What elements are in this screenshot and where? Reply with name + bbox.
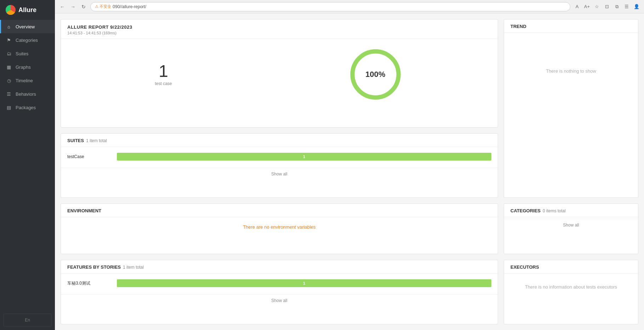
categories-title: CATEGORIES: [510, 208, 541, 213]
trend-empty: There is nothing to show: [504, 61, 638, 81]
feature-bar-track: 1: [117, 279, 491, 287]
extensions-button[interactable]: ⧉: [613, 3, 621, 11]
collections-button[interactable]: ☰: [623, 3, 631, 11]
bookmark-button[interactable]: ☆: [593, 3, 601, 11]
back-button[interactable]: ←: [58, 3, 66, 11]
executors-card: EXECUTORS There is no information about …: [504, 260, 638, 324]
suite-bar-fill: 1: [117, 153, 491, 161]
features-count: 1 item total: [123, 265, 144, 270]
donut-label: 100%: [366, 70, 385, 79]
clock-icon: ◷: [6, 77, 12, 84]
sidebar-item-label: Graphs: [16, 65, 31, 70]
suites-title: SUITES: [67, 138, 84, 143]
sidebar: Allure ⌂ Overview ⚑ Categories 🗂 Suites …: [0, 0, 55, 330]
environment-header: ENVIRONMENT: [61, 204, 498, 217]
feature-bar-fill: 1: [117, 279, 491, 287]
environment-empty: There are no environment variables: [61, 217, 498, 237]
bar-chart-icon: ▦: [6, 64, 12, 70]
test-count-block: 1 test case: [155, 63, 172, 86]
overview-stats: 1 test case 100%: [61, 39, 498, 110]
overview-card-header: ALLURE REPORT 9/22/2023 14:41:53 - 14:41…: [61, 19, 498, 39]
executors-header: EXECUTORS: [504, 260, 638, 274]
sidebar-logo: Allure: [0, 0, 55, 20]
donut-chart: 100%: [347, 46, 404, 103]
main-content: ALLURE REPORT 9/22/2023 14:41:53 - 14:41…: [55, 13, 644, 330]
sidebar-nav: ⌂ Overview ⚑ Categories 🗂 Suites ▦ Graph…: [0, 20, 55, 310]
report-title: ALLURE REPORT 9/22/2023: [67, 24, 491, 30]
url-bar[interactable]: ⚠ 不安全 090//allure-report/: [90, 2, 570, 11]
forward-button[interactable]: →: [69, 3, 77, 11]
trend-card: TREND There is nothing to show: [504, 19, 638, 198]
environment-card: ENVIRONMENT There are no environment var…: [61, 203, 498, 255]
translate-button[interactable]: A: [573, 3, 581, 11]
features-header: FEATURES BY STORIES 1 item total: [61, 260, 498, 274]
suites-header: SUITES 1 item total: [61, 134, 498, 147]
suite-bar-track: 1: [117, 153, 491, 161]
sidebar-item-label: Packages: [16, 105, 36, 110]
executors-title: EXECUTORS: [510, 264, 539, 270]
executors-empty: There is no information about tests exec…: [504, 274, 638, 300]
profile-button[interactable]: 👤: [633, 3, 640, 11]
feature-label: 车秘3.0测试: [67, 280, 113, 286]
browser-chrome: ← → ↻ ⚠ 不安全 090//allure-report/ A A+ ☆ ⊡…: [55, 0, 644, 330]
sidebar-item-behaviors[interactable]: ☰ Behaviors: [0, 87, 55, 101]
package-icon: ▤: [6, 104, 12, 111]
split-view-button[interactable]: ⊡: [603, 3, 611, 11]
sidebar-item-label: Timeline: [16, 78, 33, 83]
environment-title: ENVIRONMENT: [67, 208, 101, 213]
sidebar-item-timeline[interactable]: ◷ Timeline: [0, 74, 55, 87]
categories-show-all[interactable]: Show all: [504, 219, 638, 231]
sidebar-item-suites[interactable]: 🗂 Suites: [0, 47, 55, 60]
lang-button[interactable]: En: [4, 314, 51, 326]
allure-logo-icon: [6, 5, 16, 15]
trend-title: TREND: [510, 24, 526, 29]
home-icon: ⌂: [6, 23, 12, 30]
features-show-all[interactable]: Show all: [61, 294, 498, 307]
suite-bar-value: 1: [303, 155, 305, 159]
categories-count: 0 items total: [543, 208, 566, 213]
sidebar-item-graphs[interactable]: ▦ Graphs: [0, 60, 55, 74]
sidebar-item-label: Categories: [16, 38, 38, 43]
sidebar-app-name: Allure: [18, 6, 36, 14]
browser-bar: ← → ↻ ⚠ 不安全 090//allure-report/ A A+ ☆ ⊡…: [55, 0, 644, 13]
test-count-label: test case: [155, 81, 172, 86]
feature-row: 车秘3.0测试 1: [67, 276, 491, 290]
sidebar-item-label: Behaviors: [16, 91, 36, 97]
suite-row: testCase 1: [67, 150, 491, 163]
categories-header: CATEGORIES 0 items total: [504, 204, 638, 217]
trend-header: TREND: [504, 19, 638, 33]
briefcase-icon: 🗂: [6, 50, 12, 57]
list-icon: ☰: [6, 91, 12, 97]
sidebar-item-categories[interactable]: ⚑ Categories: [0, 33, 55, 47]
test-count: 1: [155, 63, 172, 80]
sidebar-item-packages[interactable]: ▤ Packages: [0, 101, 55, 114]
sidebar-item-overview[interactable]: ⌂ Overview: [0, 20, 55, 33]
features-title: FEATURES BY STORIES: [67, 264, 121, 270]
read-aloud-button[interactable]: A+: [583, 3, 591, 11]
sidebar-item-label: Overview: [16, 24, 35, 29]
sidebar-item-label: Suites: [16, 51, 28, 56]
suites-show-all[interactable]: Show all: [61, 168, 498, 180]
overview-card: ALLURE REPORT 9/22/2023 14:41:53 - 14:41…: [61, 19, 498, 128]
features-body: 车秘3.0测试 1: [61, 274, 498, 293]
browser-actions: A A+ ☆ ⊡ ⧉ ☰ 👤: [573, 3, 640, 11]
url-text: 090//allure-report/: [113, 4, 146, 9]
suites-card: SUITES 1 item total testCase 1 Show all: [61, 133, 498, 198]
feature-bar-value: 1: [303, 281, 305, 285]
suites-body: testCase 1: [61, 147, 498, 166]
suite-label: testCase: [67, 154, 113, 159]
flag-icon: ⚑: [6, 37, 12, 43]
report-time: 14:41:53 - 14:41:53 (169ms): [67, 31, 491, 35]
categories-card: CATEGORIES 0 items total Show all: [504, 203, 638, 255]
suites-count: 1 item total: [86, 138, 107, 143]
reload-button[interactable]: ↻: [80, 3, 87, 11]
features-card: FEATURES BY STORIES 1 item total 车秘3.0测试…: [61, 260, 498, 324]
security-warning: ⚠ 不安全: [95, 4, 111, 9]
